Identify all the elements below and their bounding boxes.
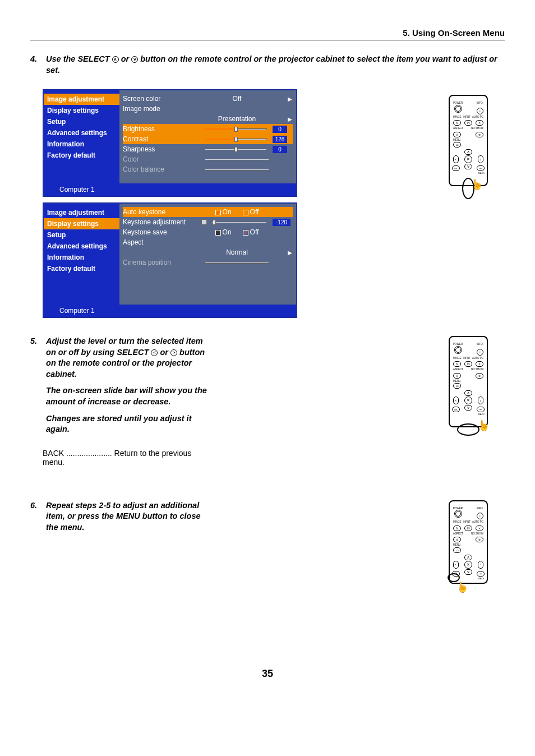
osd-nav-item: Factory default — [44, 150, 119, 161]
checkbox-icon — [243, 210, 248, 215]
menu-button-icon: ▭ — [453, 142, 461, 147]
power-icon — [454, 510, 462, 518]
osd-label: Screen color — [123, 95, 201, 103]
step-5: 5. Adjust the level or turn the selected… — [30, 336, 214, 441]
right-button-icon: › — [478, 397, 483, 404]
power-icon — [454, 105, 462, 113]
osd-label: Color — [123, 155, 201, 163]
osd-value-num: 0 — [273, 126, 287, 133]
hand-pointer-icon: ☝ — [471, 179, 483, 190]
aspect-button-icon: ◎ — [453, 373, 461, 379]
osd1-footer: Computer 1 — [44, 183, 296, 196]
in-button-icon: IN — [464, 525, 472, 531]
osd-row: Brightness0 — [123, 124, 293, 134]
osd-value-num: -120 — [273, 219, 290, 226]
power-icon — [454, 346, 462, 354]
dpad: ᴧ ᴠ ‹ › ✕ OK ↩ BACK — [453, 149, 483, 169]
osd-label: Keystone save — [123, 228, 201, 236]
osd-row: Normal▶ — [123, 247, 293, 257]
right-button-icon: › — [478, 561, 483, 569]
osd-row: Color — [123, 154, 293, 164]
osd-value: Presentation — [201, 115, 273, 123]
hand-pointer-icon: ☝ — [456, 582, 469, 592]
menu-button-icon: ▭ — [453, 383, 461, 389]
right-arrow-icon: > — [170, 349, 177, 356]
osd-value-num: 0 — [273, 146, 287, 153]
checkbox-icon — [215, 210, 221, 215]
remote-illustration-3: POWERINFO.i IMAGEINPUTAUTO PC NIN✕ ASPEC… — [449, 500, 488, 584]
step-5-text: Adjust the level or turn the selected it… — [46, 336, 213, 441]
osd-label: Cinema position — [123, 259, 201, 266]
info-icon: i — [477, 513, 483, 519]
osd-row: Screen colorOff▶ — [123, 94, 293, 104]
arrow-right-icon: ▶ — [287, 96, 293, 102]
osd-row: Image mode — [123, 104, 293, 114]
osd2-footer: Computer 1 — [44, 305, 296, 317]
arrow-right-icon: ▶ — [287, 116, 293, 122]
up-arrow-icon: ᴧ — [112, 56, 119, 63]
n-button-icon: N — [453, 120, 461, 126]
arrow-right-icon: ▶ — [287, 250, 293, 256]
osd-label: Brightness — [123, 125, 201, 133]
up-button-icon: ᴧ — [464, 555, 472, 560]
keystone-icon — [201, 219, 207, 225]
slider-icon — [211, 220, 267, 224]
ok-button-icon: OK — [452, 407, 460, 412]
highlight-leftright-icon — [457, 423, 479, 436]
dpad: ᴧ ᴠ ‹ › ✕ OK ↩ BACK — [453, 390, 483, 411]
osd-row: Keystone adjustment-120 — [123, 217, 293, 227]
n-button-icon: N — [453, 525, 461, 531]
osd-row: Sharpness0 — [123, 144, 293, 154]
slider-icon — [205, 147, 267, 151]
osd-nav-item: Information — [44, 139, 119, 150]
osd-nav-item: Image adjustment — [44, 94, 119, 105]
section-header: 5. Using On-Screen Menu — [30, 28, 505, 40]
x-button-icon: ✕ — [476, 525, 483, 531]
osd-value-num: 128 — [273, 136, 287, 143]
left-button-icon: ‹ — [453, 561, 459, 569]
osd-label: Contrast — [123, 135, 201, 143]
remote-illustration-2: POWERINFO.i IMAGEINPUTAUTO PC NIN✕ ASPEC… — [449, 336, 488, 427]
osd-row: Cinema position — [123, 257, 293, 268]
aspect-button-icon: ◎ — [453, 537, 461, 542]
aspect-button-icon: ◎ — [453, 132, 461, 137]
info-icon: i — [477, 108, 483, 114]
menu-button-icon: ▭ — [453, 547, 461, 553]
step-4-text: Use the SELECT ᴧ or ᴠ button on the remo… — [46, 54, 504, 76]
osd-label: Auto keystone — [123, 208, 201, 216]
step-4-num: 4. — [30, 54, 44, 65]
osd-row: Aspect — [123, 237, 293, 247]
x-button-icon: ✕ — [476, 361, 483, 367]
osd-label: Image mode — [123, 105, 201, 113]
page-number: 35 — [30, 668, 505, 680]
osd-nav-item: Setup — [44, 116, 119, 127]
center-button-icon: ✕ — [464, 397, 472, 404]
slider-icon — [205, 137, 267, 141]
osd-nav-item: Factory default — [44, 263, 119, 274]
remote-illustration-1: POWERINFO.i IMAGEINPUTAUTO PC NIN✕ ASPEC… — [449, 95, 488, 186]
up-button-icon: ᴧ — [464, 149, 472, 155]
info-icon: i — [477, 349, 483, 356]
slider-icon — [205, 157, 269, 162]
hand-pointer-icon: ☝ — [478, 421, 490, 431]
checkbox-icon — [215, 230, 221, 236]
in-button-icon: IN — [464, 361, 472, 367]
osd-row: Color balance — [123, 164, 293, 174]
osd-nav-item: Advanced settings — [44, 127, 119, 139]
left-arrow-icon: < — [151, 349, 158, 356]
step-5-num: 5. — [30, 336, 44, 347]
back-instruction: BACK ..................... Return to the… — [43, 449, 214, 467]
ok-button-icon: OK — [452, 165, 460, 171]
noshow-button-icon: ⊗ — [476, 537, 483, 542]
osd-label: Color balance — [123, 165, 201, 173]
osd-row: Presentation▶ — [123, 114, 293, 124]
left-button-icon: ‹ — [453, 397, 459, 404]
back-button-icon: ↩ — [477, 571, 485, 577]
slider-icon — [205, 260, 269, 265]
noshow-button-icon: ⊗ — [476, 373, 483, 379]
osd-screenshot-1: Image adjustmentDisplay settingsSetupAdv… — [43, 89, 297, 197]
slider-icon — [205, 167, 269, 172]
down-button-icon: ᴠ — [464, 405, 472, 411]
checkbox-icon — [243, 230, 248, 236]
osd-label: Aspect — [123, 238, 201, 246]
